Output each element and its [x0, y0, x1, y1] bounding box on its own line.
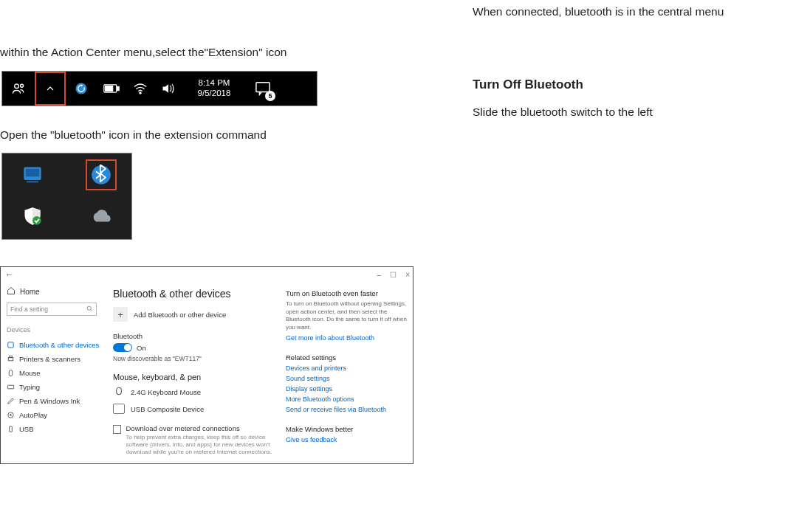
printer-nav-icon	[7, 355, 15, 363]
taskbar-screenshot: 8:14 PM 9/5/2018 5	[1, 71, 318, 106]
tray-popup-screenshot	[1, 153, 132, 240]
svg-rect-16	[10, 356, 13, 358]
svg-rect-15	[8, 358, 13, 361]
slide-text: Slide the bluetooth switch to the left	[473, 104, 805, 120]
device-name: 2.4G Keyboard Mouse	[131, 388, 201, 396]
turn-off-heading: Turn Off Bluetooth	[473, 77, 805, 92]
sidebar-home[interactable]: Home	[7, 286, 103, 297]
nav-label: Pen & Windows Ink	[19, 397, 80, 405]
clock-time: 8:14 PM	[199, 78, 230, 88]
sound-settings-link[interactable]: Sound settings	[286, 375, 407, 382]
autoplay-nav-icon	[7, 411, 15, 419]
notification-badge: 5	[265, 91, 275, 101]
svg-point-6	[140, 92, 141, 94]
device-row[interactable]: 2.4G Keyboard Mouse	[113, 386, 280, 398]
svg-point-1	[21, 84, 24, 87]
add-device-button[interactable]: + Add Bluetooth or other device	[113, 307, 280, 322]
svg-point-12	[32, 216, 41, 225]
send-receive-link[interactable]: Send or receive files via Bluetooth	[286, 406, 407, 413]
faster-text: To turn on Bluetooth without opening Set…	[286, 300, 407, 331]
mouse-device-icon	[113, 386, 125, 398]
bluetooth-toggle[interactable]	[113, 343, 132, 352]
mouse-nav-icon	[7, 369, 15, 377]
sidebar-item-usb[interactable]: USB	[7, 422, 103, 436]
svg-rect-9	[26, 169, 40, 177]
svg-rect-21	[117, 388, 122, 395]
sidebar-item-pen[interactable]: Pen & Windows Ink	[7, 394, 103, 408]
nav-label: Printers & scanners	[19, 355, 80, 363]
more-info-link[interactable]: Get more info about Bluetooth	[286, 334, 407, 342]
home-icon	[7, 286, 16, 297]
tray-onedrive-icon	[87, 202, 115, 230]
svg-point-13	[87, 306, 91, 310]
pen-nav-icon	[7, 397, 15, 405]
people-icon	[2, 72, 35, 106]
svg-rect-20	[10, 426, 13, 432]
device-name: USB Composite Device	[131, 405, 204, 413]
show-hidden-icons-icon[interactable]	[35, 72, 66, 106]
page-title: Bluetooth & other devices	[113, 288, 280, 300]
sidebar-item-bluetooth[interactable]: Bluetooth & other devices	[7, 338, 103, 352]
metered-checkbox[interactable]	[113, 425, 121, 434]
tray-app-icon	[18, 161, 47, 189]
tray-defender-icon	[18, 202, 47, 230]
svg-rect-10	[27, 182, 38, 183]
nav-label: Mouse	[19, 369, 41, 377]
intro-text-1: within the Action Center menu,select the…	[0, 44, 413, 61]
related-heading: Related settings	[286, 353, 407, 362]
metered-label: Download over metered connections	[126, 424, 280, 432]
faster-heading: Turn on Bluetooth even faster	[286, 289, 407, 297]
svg-rect-17	[9, 370, 13, 376]
svg-rect-18	[7, 386, 13, 390]
metered-description: To help prevent extra charges, keep this…	[126, 434, 280, 456]
keyboard-device-icon	[113, 404, 125, 414]
window-maximize-button[interactable]: ☐	[390, 271, 397, 279]
nav-label: Typing	[19, 383, 40, 391]
nav-label: USB	[19, 425, 34, 433]
svg-rect-5	[106, 86, 113, 91]
device-row[interactable]: USB Composite Device	[113, 404, 280, 414]
svg-point-0	[15, 84, 19, 89]
clock-date: 9/5/2018	[198, 89, 231, 98]
make-better-heading: Make Windows better	[286, 425, 407, 433]
wifi-icon	[126, 72, 154, 106]
connected-text: When connected, bluetooth is in the cent…	[473, 4, 805, 20]
volume-icon	[154, 72, 182, 106]
settings-window: ← – ☐ × Home Find a se	[0, 266, 413, 464]
action-center-icon[interactable]: 5	[246, 72, 280, 106]
intro-text-2: Open the "bluetooth" icon in the extensi…	[0, 127, 413, 143]
sidebar-item-typing[interactable]: Typing	[7, 380, 103, 394]
window-close-button[interactable]: ×	[405, 271, 410, 279]
mouse-keyboard-heading: Mouse, keyboard, & pen	[113, 373, 280, 381]
feedback-link[interactable]: Give us feedback	[286, 436, 407, 443]
typing-nav-icon	[7, 383, 15, 391]
usb-nav-icon	[7, 425, 15, 433]
devices-group-label: Devices	[7, 326, 103, 334]
taskbar-clock: 8:14 PM 9/5/2018	[182, 72, 246, 106]
battery-icon	[97, 72, 126, 106]
home-label: Home	[20, 288, 40, 296]
more-bluetooth-link[interactable]: More Bluetooth options	[286, 395, 407, 403]
svg-rect-4	[117, 86, 120, 90]
search-input[interactable]: Find a setting	[7, 303, 97, 316]
tray-bluetooth-icon[interactable]	[86, 159, 117, 190]
back-button[interactable]: ←	[5, 269, 14, 280]
sidebar-item-autoplay[interactable]: AutoPlay	[7, 408, 103, 422]
discoverable-text: Now discoverable as "EWT117"	[113, 355, 280, 362]
svg-rect-7	[256, 83, 270, 92]
bluetooth-section-label: Bluetooth	[113, 332, 280, 340]
bluetooth-nav-icon	[7, 341, 15, 349]
search-placeholder: Find a setting	[10, 305, 48, 313]
sidebar-item-printers[interactable]: Printers & scanners	[7, 352, 103, 366]
search-icon	[86, 305, 93, 314]
window-minimize-button[interactable]: –	[377, 271, 382, 279]
devices-printers-link[interactable]: Devices and printers	[286, 365, 407, 372]
toggle-state: On	[137, 344, 146, 352]
display-settings-link[interactable]: Display settings	[286, 385, 407, 393]
add-device-label: Add Bluetooth or other device	[134, 311, 226, 319]
svg-rect-14	[8, 342, 13, 348]
sidebar-item-mouse[interactable]: Mouse	[7, 366, 103, 380]
onedrive-sync-icon	[66, 72, 97, 106]
nav-label: Bluetooth & other devices	[19, 341, 99, 349]
settings-sidebar: Home Find a setting Devices Bluetooth & …	[1, 282, 109, 463]
